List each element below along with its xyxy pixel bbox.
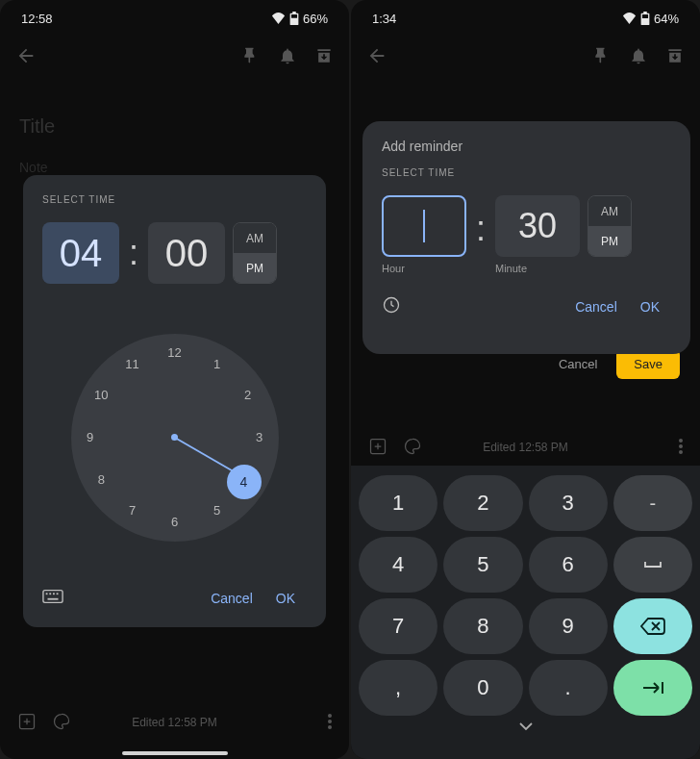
key-backspace[interactable] bbox=[613, 598, 692, 654]
keyboard-collapse-icon[interactable] bbox=[359, 721, 692, 731]
clock-number-10[interactable]: 10 bbox=[88, 382, 114, 409]
app-bar bbox=[0, 37, 349, 79]
reminder-icon[interactable] bbox=[278, 46, 297, 69]
key-4[interactable]: 4 bbox=[359, 537, 438, 593]
note-bottom-bar: Edited 12:58 PM bbox=[351, 431, 700, 464]
minute-field-label: Minute bbox=[495, 263, 580, 274]
clock-number-8[interactable]: 8 bbox=[88, 467, 114, 493]
right-screenshot: 1:34 64% Cancel Save Add reminder SELECT… bbox=[351, 0, 700, 759]
clock-toggle-icon[interactable] bbox=[382, 295, 401, 318]
key-0[interactable]: 0 bbox=[443, 660, 522, 716]
sheet-cancel-button[interactable]: Cancel bbox=[547, 351, 609, 377]
clock-number-9[interactable]: 9 bbox=[77, 424, 104, 451]
archive-icon[interactable] bbox=[314, 46, 334, 69]
minute-input[interactable]: 30 bbox=[495, 195, 580, 257]
keyboard-toggle-icon[interactable] bbox=[42, 589, 63, 608]
pm-segment[interactable]: PM bbox=[588, 226, 631, 256]
time-input-dialog: Add reminder SELECT TIME Hour : 30 Minut… bbox=[362, 121, 690, 354]
numeric-keypad: 123-456789,0. bbox=[351, 466, 700, 759]
pm-segment[interactable]: PM bbox=[234, 253, 276, 283]
status-indicators: 64% bbox=[622, 12, 679, 26]
key-3[interactable]: 3 bbox=[529, 475, 608, 531]
status-time: 12:58 bbox=[21, 12, 53, 26]
reminder-icon[interactable] bbox=[629, 46, 648, 69]
battery-icon bbox=[640, 12, 650, 25]
note-bottom-bar: Edited 12:58 PM bbox=[0, 703, 349, 742]
svg-rect-3 bbox=[49, 593, 51, 595]
pin-icon[interactable] bbox=[241, 46, 261, 69]
clock-center bbox=[171, 434, 178, 441]
back-icon[interactable] bbox=[366, 45, 388, 70]
ok-button[interactable]: OK bbox=[629, 291, 671, 322]
key-9[interactable]: 9 bbox=[529, 598, 608, 654]
svg-rect-0 bbox=[291, 14, 297, 18]
pin-icon[interactable] bbox=[592, 46, 612, 69]
note-title-placeholder: Title bbox=[19, 115, 55, 138]
time-colon: : bbox=[474, 209, 488, 249]
wifi-icon bbox=[622, 13, 637, 24]
svg-rect-1 bbox=[43, 591, 62, 603]
am-segment[interactable]: AM bbox=[234, 223, 276, 253]
clock-number-1[interactable]: 1 bbox=[204, 350, 231, 377]
back-icon[interactable] bbox=[15, 45, 37, 70]
cancel-button[interactable]: Cancel bbox=[199, 583, 264, 614]
minute-display[interactable]: 00 bbox=[148, 222, 225, 284]
time-picker-dialog: SELECT TIME 04 : 00 AM PM 4 121234567891… bbox=[23, 175, 326, 627]
note-body-placeholder: Note bbox=[19, 160, 48, 175]
key-6[interactable]: 6 bbox=[529, 537, 608, 593]
ok-button[interactable]: OK bbox=[264, 583, 307, 614]
clock-number-6[interactable]: 6 bbox=[162, 509, 188, 536]
analog-clock[interactable]: 4 121234567891011 bbox=[71, 334, 279, 542]
hour-display[interactable]: 04 bbox=[42, 222, 119, 284]
battery-text: 66% bbox=[303, 12, 328, 26]
clock-number-5[interactable]: 5 bbox=[204, 497, 231, 524]
battery-icon bbox=[289, 12, 299, 25]
svg-rect-4 bbox=[53, 593, 55, 595]
edited-timestamp: Edited 12:58 PM bbox=[0, 716, 349, 729]
svg-rect-6 bbox=[48, 598, 59, 600]
am-segment[interactable]: AM bbox=[588, 196, 631, 226]
hour-input[interactable] bbox=[382, 195, 466, 257]
key-,[interactable]: , bbox=[359, 660, 438, 716]
key-1[interactable]: 1 bbox=[359, 475, 438, 531]
clock-number-11[interactable]: 11 bbox=[119, 350, 146, 377]
clock-number-7[interactable]: 7 bbox=[119, 497, 146, 524]
text-cursor bbox=[423, 210, 425, 242]
home-indicator bbox=[122, 751, 228, 755]
clock-number-12[interactable]: 12 bbox=[162, 340, 188, 367]
svg-rect-5 bbox=[57, 593, 59, 595]
key--[interactable]: - bbox=[613, 475, 692, 531]
ampm-toggle: AM PM bbox=[588, 195, 632, 257]
status-time: 1:34 bbox=[372, 12, 396, 26]
dialog-footer: Cancel OK bbox=[42, 583, 307, 614]
dialog-title: Add reminder bbox=[382, 139, 671, 154]
svg-rect-11 bbox=[642, 14, 648, 18]
hour-field-label: Hour bbox=[382, 263, 466, 274]
key-8[interactable]: 8 bbox=[443, 598, 522, 654]
status-indicators: 66% bbox=[271, 12, 328, 26]
cancel-button[interactable]: Cancel bbox=[563, 291, 629, 322]
clock-selector-knob[interactable]: 4 bbox=[227, 465, 262, 499]
key-5[interactable]: 5 bbox=[443, 537, 522, 593]
app-bar bbox=[351, 37, 700, 79]
wifi-icon bbox=[271, 13, 286, 24]
key-.[interactable]: . bbox=[529, 660, 608, 716]
time-input-row: Hour : 30 Minute AM PM bbox=[382, 195, 671, 274]
key-7[interactable]: 7 bbox=[359, 598, 438, 654]
time-colon: : bbox=[127, 233, 140, 273]
status-bar: 12:58 66% bbox=[0, 0, 349, 37]
status-bar: 1:34 64% bbox=[351, 0, 700, 37]
left-screenshot: 12:58 66% Title Note SELECT TIME 04 : 00 bbox=[0, 0, 349, 759]
archive-icon[interactable] bbox=[665, 46, 685, 69]
ampm-toggle: AM PM bbox=[233, 222, 277, 284]
clock-number-2[interactable]: 2 bbox=[235, 382, 262, 409]
key-enter[interactable] bbox=[613, 660, 692, 716]
clock-number-3[interactable]: 3 bbox=[246, 424, 273, 451]
svg-rect-2 bbox=[46, 593, 48, 595]
key-space[interactable] bbox=[613, 537, 692, 593]
time-display-row: 04 : 00 AM PM bbox=[42, 222, 307, 284]
battery-text: 64% bbox=[654, 12, 679, 26]
dialog-select-time-label: SELECT TIME bbox=[382, 167, 671, 178]
key-2[interactable]: 2 bbox=[443, 475, 522, 531]
edited-timestamp: Edited 12:58 PM bbox=[351, 441, 700, 454]
